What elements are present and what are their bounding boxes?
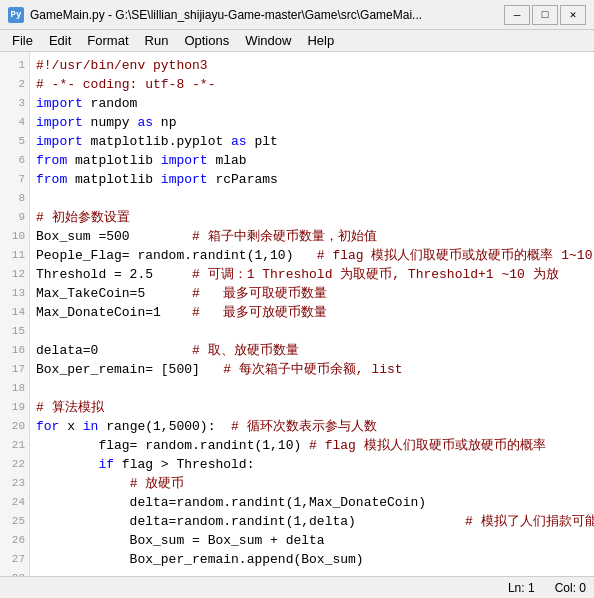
line-number: 28 [0,569,29,576]
menu-item-options[interactable]: Options [176,31,237,50]
line-number: 16 [0,341,29,360]
line-number: 13 [0,284,29,303]
line-number: 26 [0,531,29,550]
line-number: 6 [0,151,29,170]
line-number: 22 [0,455,29,474]
line-number: 10 [0,227,29,246]
line-number: 12 [0,265,29,284]
line-number: 24 [0,493,29,512]
line-number: 5 [0,132,29,151]
line-number: 11 [0,246,29,265]
app-icon: Py [8,7,24,23]
line-number: 17 [0,360,29,379]
menu-item-format[interactable]: Format [79,31,136,50]
close-button[interactable]: ✕ [560,5,586,25]
menu-item-help[interactable]: Help [299,31,342,50]
code-editor[interactable]: #!/usr/bin/env python3# -*- coding: utf-… [30,52,594,576]
line-number-status: Ln: 1 [508,581,535,595]
line-number: 8 [0,189,29,208]
line-number: 19 [0,398,29,417]
line-number: 9 [0,208,29,227]
line-numbers: 1234567891011121314151617181920212223242… [0,52,30,576]
menu-item-file[interactable]: File [4,31,41,50]
line-number: 2 [0,75,29,94]
editor-container: 1234567891011121314151617181920212223242… [0,52,594,576]
column-number-status: Col: 0 [555,581,586,595]
status-bar: Ln: 1 Col: 0 [0,576,594,598]
line-number: 18 [0,379,29,398]
window-title: GameMain.py - G:\SE\lillian_shijiayu-Gam… [30,8,586,22]
menu-item-window[interactable]: Window [237,31,299,50]
line-number: 15 [0,322,29,341]
line-number: 23 [0,474,29,493]
line-number: 14 [0,303,29,322]
line-number: 20 [0,417,29,436]
line-number: 1 [0,56,29,75]
maximize-button[interactable]: □ [532,5,558,25]
line-number: 3 [0,94,29,113]
window-controls: — □ ✕ [504,5,586,25]
line-number: 4 [0,113,29,132]
minimize-button[interactable]: — [504,5,530,25]
line-number: 25 [0,512,29,531]
menu-bar: FileEditFormatRunOptionsWindowHelp [0,30,594,52]
line-number: 27 [0,550,29,569]
menu-item-edit[interactable]: Edit [41,31,79,50]
menu-item-run[interactable]: Run [137,31,177,50]
line-number: 21 [0,436,29,455]
line-number: 7 [0,170,29,189]
title-bar: Py GameMain.py - G:\SE\lillian_shijiayu-… [0,0,594,30]
